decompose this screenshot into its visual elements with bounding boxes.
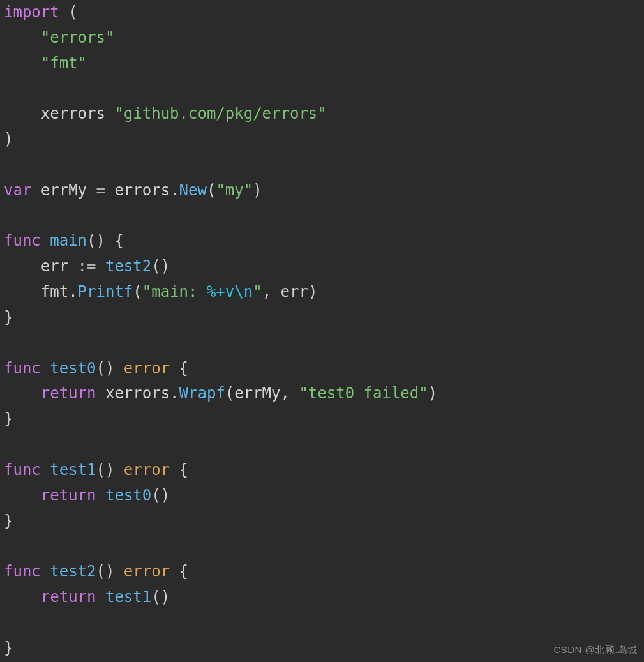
code-token: return — [41, 384, 96, 402]
code-token: () — [96, 359, 124, 377]
code-token: main — [50, 232, 87, 250]
code-token: } — [4, 639, 13, 657]
code-token: { — [170, 461, 188, 479]
code-token — [41, 562, 50, 580]
code-token: = — [96, 181, 105, 199]
code-token: var — [4, 181, 31, 199]
code-token: err — [41, 257, 78, 275]
code-token: return — [41, 588, 96, 606]
code-token — [4, 105, 41, 123]
code-token: "errors" — [41, 29, 115, 47]
code-token — [96, 486, 105, 504]
code-token: () — [151, 588, 170, 606]
code-token — [41, 359, 50, 377]
code-token: . — [170, 384, 179, 402]
code-token: := — [78, 257, 96, 275]
code-token: return — [41, 486, 96, 504]
code-token: func — [4, 232, 41, 250]
code-token: %+v\n — [207, 283, 253, 301]
code-token: import — [4, 3, 59, 21]
code-token: " — [253, 283, 262, 301]
code-token — [4, 283, 41, 301]
code-token: test0 — [50, 359, 96, 377]
watermark: CSDN @北顾.岛城 — [553, 642, 638, 658]
code-token — [41, 461, 50, 479]
code-block: import ( "errors" "fmt" xerrors "github.… — [0, 0, 644, 661]
code-token: errMy — [31, 181, 96, 199]
code-token: fmt — [41, 283, 68, 301]
code-token: ) — [4, 130, 13, 148]
code-token: . — [170, 181, 179, 199]
code-token: ( — [133, 283, 142, 301]
code-content: import ( "errors" "fmt" xerrors "github.… — [4, 3, 437, 657]
code-token: , — [281, 384, 299, 402]
code-token: ( — [207, 181, 216, 199]
code-token: func — [4, 461, 41, 479]
code-token: ( — [225, 384, 234, 402]
code-token: () — [96, 562, 124, 580]
code-token: errors — [105, 181, 170, 199]
code-token: () { — [87, 232, 124, 250]
code-token: Printf — [78, 283, 133, 301]
code-token: func — [4, 562, 41, 580]
code-token: error — [124, 359, 170, 377]
code-token — [4, 257, 41, 275]
code-token: func — [4, 359, 41, 377]
code-token: err — [281, 283, 308, 301]
code-token: test2 — [50, 562, 96, 580]
code-token: test1 — [50, 461, 96, 479]
code-token — [4, 486, 41, 504]
code-token: { — [170, 562, 188, 580]
code-token: error — [124, 461, 170, 479]
code-token: () — [151, 486, 170, 504]
code-token — [4, 54, 41, 72]
code-token: ( — [59, 3, 78, 21]
code-token: . — [68, 283, 77, 301]
code-token: "test0 failed" — [299, 384, 428, 402]
code-token: } — [4, 308, 13, 326]
code-token: Wrapf — [179, 384, 225, 402]
code-token: ) — [253, 181, 262, 199]
code-token: "main: — [142, 283, 207, 301]
code-token: "my" — [216, 181, 253, 199]
code-token: ) — [308, 283, 317, 301]
code-token: } — [4, 410, 13, 428]
code-token: xerrors — [41, 105, 115, 123]
code-token — [41, 232, 50, 250]
code-token: error — [124, 562, 170, 580]
code-token: { — [170, 359, 188, 377]
code-token: errMy — [234, 384, 280, 402]
code-token: New — [179, 181, 207, 199]
code-token: } — [4, 512, 13, 530]
code-token: () — [151, 257, 170, 275]
code-token — [4, 29, 41, 47]
code-token — [4, 384, 41, 402]
code-token — [96, 588, 105, 606]
code-token: test2 — [105, 257, 151, 275]
code-token: ) — [428, 384, 437, 402]
code-token: "fmt" — [41, 54, 87, 72]
code-token: test1 — [105, 588, 151, 606]
code-token: () — [96, 461, 124, 479]
code-token: , — [262, 283, 281, 301]
code-token: xerrors — [96, 384, 170, 402]
code-token — [4, 588, 41, 606]
code-token: test0 — [105, 486, 151, 504]
code-token: "github.com/pkg/errors" — [114, 105, 326, 123]
code-token — [96, 257, 105, 275]
